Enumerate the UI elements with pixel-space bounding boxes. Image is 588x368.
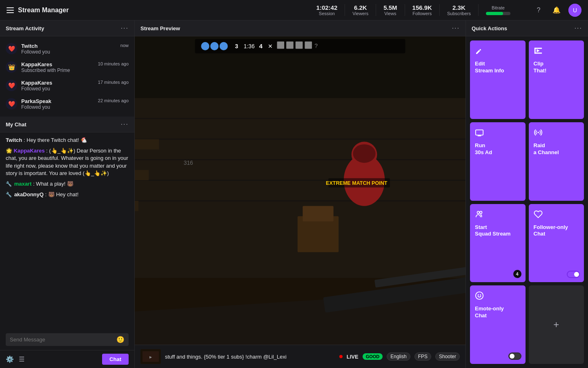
svg-rect-51 [534,48,541,49]
raid-channel-label: Raida Channel [534,142,579,156]
chat-text: : Hey there Twitch chat! 🐔 [24,137,87,143]
svg-point-27 [210,42,218,50]
game-scene: 3 1:36 4 ✕ ? 100 30 [135,36,466,345]
live-dot [339,355,343,358]
tv-icon [475,128,521,139]
emote-chat-toggle[interactable] [508,352,521,360]
chat-username: akaDonnyQ [14,191,44,197]
followers-label: Followers [412,11,432,16]
stream-preview-more-button[interactable]: ··· [452,25,460,32]
clip-that-label: ClipThat! [534,61,579,74]
help-icon[interactable]: ? [532,4,545,16]
squad-icon [475,210,521,221]
views-label: Views [384,11,396,16]
live-label: LIVE [347,354,359,360]
activity-time: 22 minutes ago [98,98,129,103]
stream-activity-more-button[interactable]: ··· [121,25,129,32]
follower-chat-card[interactable]: Follower-onlyChat [529,204,584,283]
add-quick-action-card[interactable]: + [529,285,584,364]
pencil-icon [475,46,521,57]
squad-stream-card[interactable]: StartSquad Stream 4 [470,204,526,283]
activity-action: Followed you [21,49,116,55]
clip-that-card[interactable]: ClipThat! [529,40,584,119]
chat-send-button[interactable]: Chat [102,354,129,365]
svg-point-60 [476,292,483,299]
emote-chat-card[interactable]: Emote-onlyChat [470,285,526,364]
squad-stream-label: StartSquad Stream [475,224,521,238]
viewers-value: 6.2K [354,4,367,11]
tag-english[interactable]: English [387,352,410,361]
raid-channel-card[interactable]: Raida Channel [529,122,584,201]
svg-rect-54 [476,130,483,135]
left-panel: Stream Activity ··· ❤️ Twitch Followed y… [0,20,135,368]
chat-input[interactable] [10,337,114,343]
run-ad-label: Run30s Ad [475,142,521,156]
svg-text:✕: ✕ [268,43,273,49]
svg-rect-33 [277,42,284,49]
chat-settings-icon[interactable]: ⚙️ [6,355,14,363]
activity-list: ❤️ Twitch Followed you now 👑 KappaKares … [0,36,134,117]
emote-icon [475,291,521,302]
quick-actions-grid: EditStream Info ClipThat! [466,36,588,368]
right-panel: Quick Actions ··· EditStream Info [466,20,588,368]
svg-text:EXTREME MATCH POINT: EXTREME MATCH POINT [326,180,388,186]
my-chat-more-button[interactable]: ··· [121,121,129,128]
follower-chat-label: Follower-onlyChat [534,224,579,238]
notification-bell-icon[interactable]: 🔔 [550,4,563,16]
svg-text:316: 316 [184,159,193,166]
stream-title-text: stuff and things. {50% tier 1 subs} !cha… [165,354,335,360]
quick-actions-more-button[interactable]: ··· [575,25,582,32]
activity-action: Followed you [21,104,94,110]
stream-preview-title: Stream Preview [140,25,180,31]
quick-actions-header: Quick Actions ··· [466,20,588,36]
clip-icon [534,46,579,57]
activity-user: KappaKares [21,61,94,67]
chat-messages: Twitch : Hey there Twitch chat! 🐔 🌟 Kapp… [0,132,134,329]
chat-message: Twitch : Hey there Twitch chat! 🐔 [6,137,129,144]
svg-point-62 [480,294,481,296]
topnav-stats: 1:02:42 Session 6.2K Viewers 5.5M Views … [309,4,518,16]
bitrate-label: Bitrate [492,5,505,10]
stat-followers: 156.9K Followers [405,4,440,16]
activity-heart-icon: ❤️ [6,43,17,54]
chat-input-area: 🙂 [0,329,134,350]
svg-text:4: 4 [259,43,263,49]
wrench-icon: 🔧 [6,192,12,197]
avatar[interactable]: U [568,4,581,17]
svg-rect-34 [286,42,294,49]
quick-actions-title: Quick Actions [472,25,507,31]
chat-text: : What a play! 🐻 [33,181,74,187]
chat-text: : 🐻 Hey chat! [45,191,79,197]
chat-username: maxart [14,181,32,187]
svg-text:▶: ▶ [149,355,152,359]
hamburger-menu[interactable] [7,7,14,13]
viewers-label: Viewers [352,11,368,16]
tag-fps[interactable]: FPS [414,352,431,361]
run-ad-card[interactable]: Run30s Ad [470,122,526,201]
svg-rect-11 [135,139,159,149]
emote-chat-label: Emote-onlyChat [475,305,521,319]
heart-icon [534,210,579,221]
chat-bottom-bar: ⚙️ ☰ Chat [0,350,134,368]
edit-stream-info-card[interactable]: EditStream Info [470,40,526,119]
activity-user: KappaKares [21,80,94,86]
svg-rect-12 [135,170,149,180]
svg-rect-19 [303,206,333,222]
plus-icon: + [553,319,559,330]
svg-rect-13 [135,201,138,211]
follower-chat-toggle[interactable] [567,271,580,278]
emoji-picker-button[interactable]: 🙂 [116,336,125,343]
chat-username: Twitch [6,137,22,143]
stat-viewers: 6.2K Viewers [345,4,376,16]
app-title: Stream Manager [18,7,69,14]
chat-list-icon[interactable]: ☰ [19,355,24,363]
svg-point-57 [537,132,539,133]
session-label: Session [319,11,335,16]
activity-item: ❤️ KappaKares Followed you 17 minutes ag… [0,76,134,95]
svg-point-26 [201,42,209,50]
topnav-right: ? 🔔 U [532,4,581,17]
stat-session: 1:02:42 Session [309,4,345,16]
topnav-left: Stream Manager [7,7,88,14]
tag-shooter[interactable]: Shooter [435,352,460,361]
bitrate-bar [486,12,510,15]
